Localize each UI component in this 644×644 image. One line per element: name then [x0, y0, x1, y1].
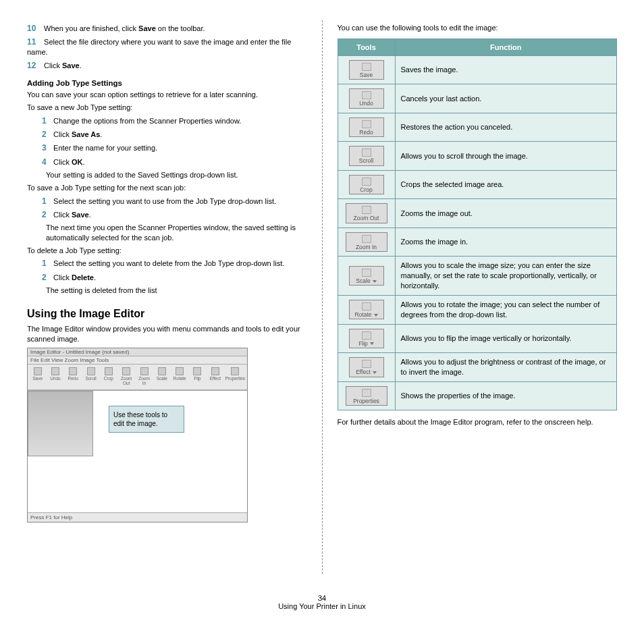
step: 3 Enter the name for your setting. [27, 142, 307, 153]
subheading-job-type: Adding Job Type Settings [27, 79, 307, 87]
step-number: 2 [42, 272, 51, 283]
step-number: 10 [27, 23, 42, 34]
ie-toolbar-button: Properties [224, 366, 246, 388]
p-image-editor: The Image Editor window provides you wit… [27, 324, 307, 344]
table-row: RedoRestores the action you canceled. [338, 113, 617, 142]
tool-cell: Scale [338, 257, 395, 296]
tool-cell: Properties [338, 381, 395, 410]
function-cell: Allows you to flip the image vertically … [395, 324, 617, 353]
page-number: 34 [27, 594, 617, 602]
tool-cell: Zoom Out [338, 199, 395, 228]
tool-button-icon: Undo [349, 88, 384, 109]
chapter-title: Using Your Printer in Linux [27, 602, 617, 610]
tool-cell: Crop [338, 170, 395, 199]
tool-cell: Flip [338, 324, 395, 353]
p-save-new: To save a new Job Type setting: [27, 103, 307, 113]
ie-toolbar-button: Rotate [171, 366, 188, 388]
tool-cell: Effect [338, 353, 395, 382]
tool-button-icon: Rotate [349, 300, 384, 320]
step: 1 Select the setting you want to use fro… [27, 196, 307, 207]
step-number: 1 [42, 258, 51, 269]
note-deleted: The setting is deleted from the list [27, 286, 307, 296]
left-column: 10 When you are finished, click Save on … [27, 20, 307, 574]
tool-button-icon: Scroll [349, 146, 384, 166]
step-number: 1 [42, 196, 51, 207]
tool-button-icon: Zoom In [346, 232, 387, 252]
tool-button-icon: Scale [349, 266, 384, 286]
step: 2 Click Delete. [27, 272, 307, 283]
tool-cell: Scroll [338, 142, 395, 171]
tool-cell: Rotate [338, 295, 395, 324]
ie-statusbar: Press F1 for Help [28, 512, 247, 522]
tool-cell: Zoom In [338, 227, 395, 257]
step: 11 Select the file directory where you w… [27, 36, 307, 57]
heading-image-editor: Using the Image Editor [27, 308, 307, 320]
p-further-details: For further details about the Image Edit… [338, 417, 618, 427]
step: 10 When you are finished, click Save on … [27, 23, 307, 34]
ie-toolbar-button: Scroll [82, 366, 99, 388]
tool-button-icon: Save [349, 60, 384, 80]
step: 4 Click OK. [27, 157, 307, 167]
ie-toolbar-button: Scale [153, 366, 170, 388]
image-editor-screenshot: Image Editor - Untitled Image (not saved… [27, 348, 248, 522]
step: 1 Change the options from the Scanner Pr… [27, 115, 307, 126]
table-row: RotateAllows you to rotate the image; yo… [338, 295, 617, 324]
ie-thumbnail [28, 391, 93, 456]
ie-menubar: File Edit View Zoom Image Tools [28, 356, 247, 365]
function-cell: Allows you to scale the image size; you … [395, 257, 617, 296]
column-divider [322, 20, 323, 574]
note-saved-added: Your setting is added to the Saved Setti… [27, 170, 307, 180]
function-cell: Zooms the image out. [395, 199, 617, 228]
function-cell: Cancels your last action. [395, 84, 617, 113]
step-number: 4 [42, 157, 51, 167]
function-cell: Crops the selected image area. [395, 170, 617, 199]
table-row: EffectAllows you to adjust the brightnes… [338, 353, 617, 382]
step-number: 2 [42, 209, 51, 220]
ie-toolbar: SaveUndoRedoScrollCropZoom OutZoom InSca… [28, 365, 247, 390]
ie-toolbar-button: Flip [189, 366, 206, 388]
tool-button-icon: Crop [349, 175, 384, 195]
step: 1 Select the setting you want to delete … [27, 258, 307, 269]
step-number: 11 [27, 36, 42, 47]
step-number: 3 [42, 142, 51, 153]
table-row: ScrollAllows you to scroll through the i… [338, 142, 617, 171]
p-save-next: To save a Job Type setting for the next … [27, 183, 307, 193]
p-save-intro: You can save your scan option settings t… [27, 90, 307, 100]
function-cell: Allows you to adjust the brightness or c… [395, 353, 617, 382]
function-cell: Shows the properties of the image. [395, 381, 617, 410]
page-footer: 34 Using Your Printer in Linux [27, 594, 617, 610]
function-cell: Restores the action you canceled. [395, 113, 617, 142]
right-column: You can use the following tools to edit … [338, 20, 618, 574]
tool-button-icon: Effect [349, 357, 384, 377]
ie-toolbar-button: Zoom In [136, 366, 153, 388]
ie-toolbar-button: Effect [207, 366, 223, 388]
ie-canvas: Use these tools to edit the image. [28, 390, 247, 512]
tool-cell: Save [338, 55, 395, 84]
tool-button-icon: Properties [346, 386, 387, 406]
p-tools-intro: You can use the following tools to edit … [338, 23, 618, 33]
table-row: Zoom InZooms the image in. [338, 227, 617, 257]
ie-callout: Use these tools to edit the image. [109, 406, 184, 433]
table-row: UndoCancels your last action. [338, 84, 617, 113]
step-number: 2 [42, 129, 51, 140]
ie-toolbar-button: Zoom Out [118, 366, 135, 388]
tools-table: Tools Function SaveSaves the image.UndoC… [338, 38, 618, 410]
table-row: SaveSaves the image. [338, 55, 617, 84]
tool-cell: Redo [338, 113, 395, 142]
step: 2 Click Save As. [27, 129, 307, 140]
p-delete: To delete a Job Type setting: [27, 246, 307, 256]
table-row: PropertiesShows the properties of the im… [338, 381, 617, 410]
function-cell: Zooms the image in. [395, 227, 617, 257]
ie-toolbar-button: Redo [65, 366, 82, 388]
function-cell: Saves the image. [395, 55, 617, 84]
step: 2 Click Save. [27, 209, 307, 220]
th-tools: Tools [338, 38, 395, 55]
table-row: CropCrops the selected image area. [338, 170, 617, 199]
ie-toolbar-button: Undo [47, 366, 63, 388]
step-number: 1 [42, 115, 51, 126]
function-cell: Allows you to rotate the image; you can … [395, 295, 617, 324]
note-next-time: The next time you open the Scanner Prope… [27, 223, 307, 243]
table-row: FlipAllows you to flip the image vertica… [338, 324, 617, 353]
tool-button-icon: Redo [349, 117, 384, 138]
function-cell: Allows you to scroll through the image. [395, 142, 617, 171]
